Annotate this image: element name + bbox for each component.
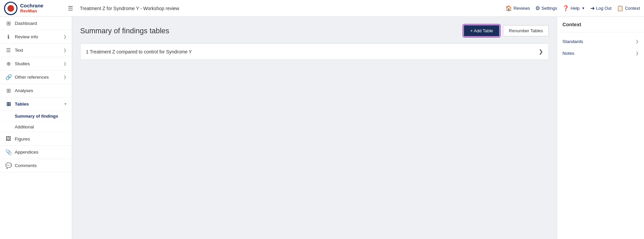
- chevron-right-icon: ❯: [63, 62, 66, 66]
- dashboard-icon: ⊞: [5, 20, 11, 27]
- sidebar-item-label: Dashboard: [15, 21, 66, 26]
- help-dropdown-icon: ▼: [582, 6, 585, 10]
- logo-inner-circle: [7, 5, 14, 12]
- text-icon: ☰: [5, 47, 11, 53]
- chevron-right-icon: ❯: [63, 35, 66, 39]
- table-entry-row[interactable]: 1 Treatment Z compared to control for Sy…: [80, 43, 549, 60]
- nav-context[interactable]: 📋 Context: [617, 5, 640, 11]
- table-entry-expand-icon[interactable]: ❯: [539, 48, 543, 55]
- sidebar-item-review-info[interactable]: ℹ Review info ❯: [0, 30, 72, 44]
- chevron-right-icon: ❯: [636, 51, 639, 55]
- chevron-right-icon: ❯: [63, 75, 66, 79]
- subitem-label: Additional: [15, 124, 34, 129]
- sidebar-item-label: Review info: [15, 34, 63, 39]
- chevron-right-icon: ❯: [636, 39, 639, 44]
- page-title: Treatment Z for Syndrome Y - Workshop re…: [80, 6, 505, 11]
- content-header: Summary of findings tables + Add Table R…: [80, 25, 549, 37]
- context-standards-link[interactable]: Standards ❯: [557, 36, 644, 47]
- topbar: Cochrane RevMan ☰ Treatment Z for Syndro…: [0, 0, 644, 17]
- sidebar-item-label: Studies: [15, 61, 63, 66]
- sidebar-item-appendices[interactable]: 📎 Appendices: [0, 146, 72, 159]
- logo-text: Cochrane RevMan: [20, 3, 43, 13]
- right-panel: Context Standards ❯ Notes ❯: [557, 17, 644, 239]
- sidebar-item-comments[interactable]: 💬 Comments: [0, 159, 72, 172]
- nav-help-label: Help: [571, 6, 580, 11]
- other-references-icon: 🔗: [5, 74, 11, 80]
- renumber-tables-button[interactable]: Renumber Tables: [503, 25, 549, 36]
- review-info-icon: ℹ: [5, 34, 11, 40]
- tables-icon: ⊞: [5, 101, 11, 107]
- table-entry-text: 1 Treatment Z compared to control for Sy…: [86, 49, 192, 54]
- standards-label: Standards: [562, 39, 583, 44]
- content-area: Summary of findings tables + Add Table R…: [72, 17, 557, 239]
- chevron-right-icon: ❯: [63, 48, 66, 52]
- context-links: Standards ❯ Notes ❯: [557, 32, 644, 63]
- sidebar-item-label: Comments: [15, 163, 66, 168]
- sidebar-subitem-additional[interactable]: Additional: [0, 122, 72, 132]
- sidebar-item-figures[interactable]: 🖼 Figures: [0, 132, 72, 146]
- sidebar-item-label: Tables: [15, 102, 64, 107]
- home-icon: 🏠: [505, 5, 512, 11]
- logo-circle: [4, 2, 17, 15]
- appendices-icon: 📎: [5, 149, 11, 155]
- nav-settings-label: Settings: [541, 6, 557, 11]
- nav-settings[interactable]: ⚙ Settings: [535, 5, 557, 11]
- context-panel-header: Context: [557, 17, 644, 32]
- add-table-button[interactable]: + Add Table: [463, 25, 500, 37]
- logo[interactable]: Cochrane RevMan: [4, 2, 58, 15]
- logout-icon: ➜: [590, 5, 595, 11]
- hamburger-button[interactable]: ☰: [64, 3, 77, 14]
- sidebar-item-dashboard[interactable]: ⊞ Dashboard: [0, 17, 72, 30]
- main-layout: ⊞ Dashboard ℹ Review info ❯ ☰ Text ❯ ⊕ S…: [0, 17, 644, 239]
- sidebar-item-label: Figures: [15, 136, 66, 142]
- nav-help[interactable]: ❓ Help ▼: [562, 5, 585, 11]
- context-icon: 📋: [617, 5, 624, 11]
- sidebar: ⊞ Dashboard ℹ Review info ❯ ☰ Text ❯ ⊕ S…: [0, 17, 72, 239]
- sidebar-item-analyses[interactable]: ⊞ Analyses: [0, 84, 72, 97]
- nav-reviews-label: Reviews: [513, 6, 530, 11]
- sidebar-item-other-references[interactable]: 🔗 Other references ❯: [0, 71, 72, 84]
- content-title: Summary of findings tables: [80, 27, 169, 35]
- context-notes-link[interactable]: Notes ❯: [557, 47, 644, 59]
- chevron-down-icon: ▾: [64, 102, 66, 106]
- sidebar-item-tables[interactable]: ⊞ Tables ▾: [0, 97, 72, 111]
- topbar-nav: 🏠 Reviews ⚙ Settings ❓ Help ▼ ➜ Log Out …: [505, 5, 640, 11]
- sidebar-item-label: Analyses: [15, 88, 66, 93]
- sidebar-item-label: Text: [15, 48, 63, 53]
- sidebar-item-text[interactable]: ☰ Text ❯: [0, 44, 72, 57]
- logo-cochrane: Cochrane: [20, 3, 43, 9]
- help-icon: ❓: [562, 5, 569, 11]
- sidebar-item-label: Other references: [15, 75, 63, 80]
- subitem-label: Summary of findings: [15, 114, 58, 119]
- studies-icon: ⊕: [5, 61, 11, 67]
- nav-logout[interactable]: ➜ Log Out: [590, 5, 611, 11]
- figures-icon: 🖼: [5, 136, 11, 142]
- gear-icon: ⚙: [535, 5, 540, 11]
- nav-context-label: Context: [625, 6, 640, 11]
- nav-logout-label: Log Out: [596, 6, 611, 11]
- logo-revman: RevMan: [20, 9, 43, 13]
- comments-icon: 💬: [5, 162, 11, 169]
- nav-reviews[interactable]: 🏠 Reviews: [505, 5, 530, 11]
- sidebar-subitem-summary-of-findings[interactable]: Summary of findings: [0, 111, 72, 122]
- notes-label: Notes: [562, 51, 574, 56]
- content-actions: + Add Table Renumber Tables: [463, 25, 549, 37]
- sidebar-item-label: Appendices: [15, 150, 66, 155]
- sidebar-item-studies[interactable]: ⊕ Studies ❯: [0, 57, 72, 71]
- analyses-icon: ⊞: [5, 87, 11, 94]
